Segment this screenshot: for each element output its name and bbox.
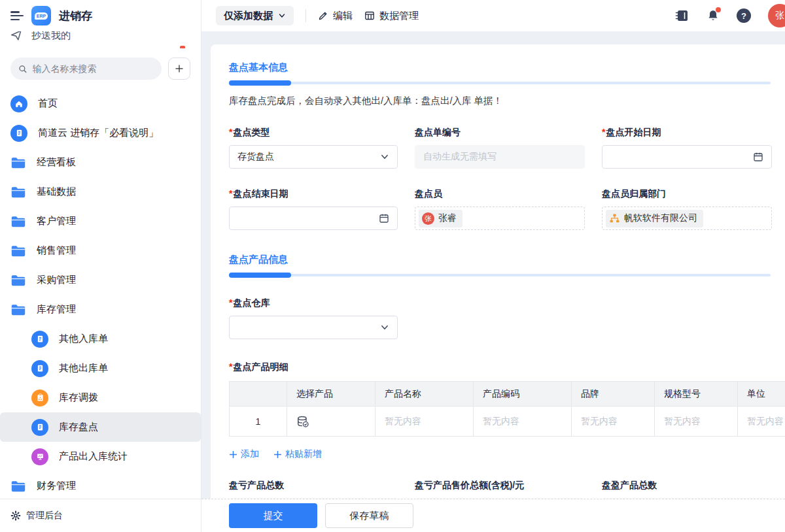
warehouse-select[interactable] [229,316,398,339]
end-date-input[interactable] [229,207,398,230]
sidebar-item-readme[interactable]: 简道云 进销存「必看说明」 [0,118,201,148]
search-box[interactable] [10,58,162,80]
sidebar-item-label: 其他入库单 [59,333,108,345]
sidebar-item-inventory[interactable]: 库存管理 [0,295,201,324]
search-input[interactable] [32,63,154,74]
data-mode-dropdown[interactable]: 仅添加数据 [216,6,294,25]
section-divider [229,273,771,278]
detail-table-wrap: 选择产品 产品名称 产品编码 品牌 规格型号 单位 1 [229,381,785,437]
select-product-icon[interactable] [296,415,309,428]
home-icon [10,95,27,112]
type-select-value: 存货盘点 [237,151,274,163]
sidebar-item-customer[interactable]: 客户管理 [0,207,201,236]
detail-table-label: *盘点产品明细 [229,361,771,373]
col-header-product-code: 产品编码 [474,382,572,407]
sidebar-item-basic-data[interactable]: 基础数据 [0,177,201,207]
document-icon [10,125,27,142]
sidebar-item-stock-transfer[interactable]: 库存调拨 [0,383,201,412]
sidebar-item-label: 销售管理 [37,244,76,257]
required-mark: * [229,188,232,199]
admin-console-button[interactable]: 管理后台 [0,499,201,532]
user-avatar[interactable]: 张 [768,4,785,27]
edit-button[interactable]: 编辑 [318,10,353,22]
plus-icon [229,450,237,459]
department-name: 帆软软件有限公司 [624,212,697,224]
col-header-product-name: 产品名称 [375,382,474,407]
col-header-spec: 规格型号 [655,382,738,407]
sidebar-item-label: 产品出入库统计 [59,450,128,463]
app-window: ERP 进销存 抄送我的 [0,0,785,532]
sidebar-item-cc-me[interactable]: 抄送我的 [0,31,201,48]
data-mode-label: 仅添加数据 [224,10,273,22]
sidebar-item-stocktake[interactable]: 库存盘点 [0,412,201,442]
field-label-start-date: *盘点开始日期 [602,127,772,139]
table-icon [364,10,375,21]
collapse-sidebar-icon[interactable] [10,11,24,20]
form-footer: 提交 保存草稿 [201,499,785,532]
type-select[interactable]: 存货盘点 [229,145,398,169]
calendar-icon [753,152,763,162]
sidebar-item-other-outbound[interactable]: 其他出库单 [0,354,201,383]
add-app-button[interactable] [168,58,190,80]
field-label-loss-amount: 盘亏产品售价总额(含税)/元 [415,480,585,491]
search-icon [18,64,27,74]
folder-icon [10,156,26,169]
sidebar-item-other-inbound[interactable]: 其他入库单 [0,324,201,354]
save-draft-button[interactable]: 保存草稿 [325,503,413,528]
field-label-order-no: 盘点单编号 [415,127,585,139]
sidebar-item-label: 首页 [38,97,58,110]
field-label-operator: 盘点员 [415,188,585,200]
journal-icon[interactable] [675,9,689,22]
paste-add-label: 粘贴新增 [285,448,322,460]
sidebar-item-home[interactable]: 首页 [0,89,201,118]
chevron-down-icon [380,152,389,161]
form-scroll-area: 盘点基本信息 库存盘点完成后，会自动录入其他出/入库单：盘点出/入库 单据！ *… [201,31,785,499]
app-title: 进销存 [59,8,92,24]
member-avatar: 张 [422,212,434,225]
sidebar-item-label: 财务管理 [37,480,76,492]
calendar-icon [379,213,389,224]
table-header-row: 选择产品 产品名称 产品编码 品牌 规格型号 单位 [230,382,785,407]
field-label-warehouse: *盘点仓库 [229,297,398,309]
operator-field[interactable]: 张 张睿 [415,207,585,230]
sidebar-item-purchase[interactable]: 采购管理 [0,265,201,295]
field-label-loss-total: 盘亏产品总数 [229,480,398,491]
admin-console-label: 管理后台 [26,510,63,522]
table-row: 1 暂无内容 暂无内容 [230,407,785,437]
department-field[interactable]: 帆软软件有限公司 [602,207,772,230]
field-label-gain-total: 盘盈产品总数 [602,480,772,491]
sidebar-item-label: 简道云 进销存「必看说明」 [38,127,158,139]
help-button[interactable]: ? [737,8,751,23]
sidebar-item-label: 经营看板 [37,156,76,169]
data-manage-button[interactable]: 数据管理 [364,10,419,22]
app-logo-icon: ERP [31,6,51,25]
paste-add-button[interactable]: 粘贴新增 [273,448,322,460]
section-title-basic: 盘点基本信息 [229,61,771,74]
topbar-right: ? 张 [675,4,775,27]
org-tree-icon [609,213,620,224]
sidebar-item-label: 抄送我的 [31,31,71,42]
sidebar-item-label: 客户管理 [37,215,76,227]
sidebar-item-sales[interactable]: 销售管理 [0,236,201,265]
document-icon [31,331,48,348]
required-mark: * [229,297,232,308]
submit-button[interactable]: 提交 [229,503,317,528]
select-product-cell[interactable] [287,407,375,437]
chevron-down-icon [278,12,286,20]
sidebar-item-dashboard[interactable]: 经营看板 [0,148,201,177]
col-header-unit: 单位 [738,382,785,407]
folder-icon [10,274,26,287]
add-row-label: 添加 [241,448,259,460]
section-description: 库存盘点完成后，会自动录入其他出/入库单：盘点出/入库 单据！ [229,95,771,107]
sidebar-item-io-statistics[interactable]: 产品出入库统计 [0,442,201,471]
folder-icon [10,480,26,493]
sidebar-item-finance[interactable]: 财务管理 [0,471,201,499]
clipboard-icon [31,390,48,407]
notifications-button[interactable] [706,9,720,22]
table-actions: 添加 粘贴新增 [229,448,771,460]
start-date-input[interactable] [602,145,772,169]
pencil-icon [318,10,328,21]
operator-name: 张睿 [438,212,457,224]
brand-cell: 暂无内容 [572,407,655,437]
add-row-button[interactable]: 添加 [229,448,259,460]
